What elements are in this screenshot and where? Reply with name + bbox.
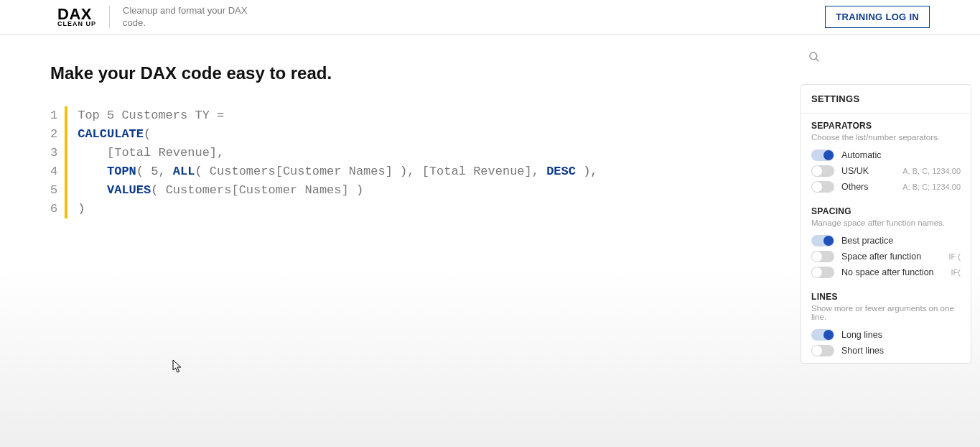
line-number: 1 [50,106,57,125]
section-description: Choose the list/number separators. [811,133,961,142]
line-number: 2 [50,125,57,144]
svg-line-1 [816,58,818,61]
settings-option: US/UKA, B, C, 1234.00 [811,163,961,179]
logo-divider [109,6,110,28]
code-token: , [Total Revenue], [407,165,546,178]
code-token: VALUES [107,183,151,197]
settings-option: No space after functionIF( [811,264,961,280]
training-login-button[interactable]: TRAINING LOG IN [825,6,930,28]
settings-header: SETTINGS [801,85,971,114]
code-token: Top 5 Customers TY = [78,109,224,122]
toggle[interactable] [811,149,834,161]
logo-sub: CLEAN UP [57,21,96,27]
left-column: Make your DAX code easy to read. 123456 … [50,34,801,447]
section-description: Show more or fewer arguments on one line… [811,304,961,321]
settings-option: OthersA; B; C; 1234.00 [811,179,961,195]
page-title: Make your DAX code easy to read. [50,63,801,83]
option-label: Short lines [841,346,884,356]
line-number: 5 [50,181,57,200]
option-label: No space after function [841,267,934,277]
code-line[interactable]: VALUES( Customers[Customer Names] ) [78,181,597,200]
code-token: ( [144,127,151,141]
option-label: Best practice [841,236,893,246]
section-title: SPACING [811,206,961,216]
toggle-knob [823,236,834,246]
code-token: Customers[Customer Names] [166,183,356,197]
code-line[interactable]: ) [78,200,597,218]
code-token: ), [583,165,597,178]
toggle[interactable] [811,329,834,341]
option-label: US/UK [841,166,869,176]
line-number: 4 [50,162,57,181]
toggle[interactable] [811,251,834,262]
settings-section: SPACINGManage space after function names… [801,199,971,285]
logo[interactable]: DAX CLEAN UP [57,6,96,27]
settings-option: Space after functionIF ( [811,249,961,264]
toggle-knob [812,166,822,176]
toggle[interactable] [811,181,834,193]
toggle-knob [812,182,822,192]
code-token: ALL [173,165,195,178]
option-hint: A; B; C; 1234.00 [902,183,961,191]
code-token [78,146,107,160]
toggle[interactable] [811,165,834,177]
code-token: 5 [151,165,158,178]
option-hint: A, B, C, 1234.00 [902,167,961,175]
code-token: ) [400,165,407,178]
code-token [78,165,107,178]
option-label: Others [841,182,869,192]
code-token: , [158,165,172,178]
code-token [78,183,107,197]
toggle-knob [823,330,834,340]
line-number: 3 [50,144,57,162]
section-title: LINES [811,292,961,302]
code-token: DESC [546,165,576,178]
code-token: CALCULATE [78,127,144,141]
code-token: Customers[Customer Names] [210,165,400,178]
header: DAX CLEAN UP Cleanup and format your DAX… [0,0,980,34]
code-token: ( [151,183,165,197]
toggle-knob [812,252,822,262]
option-label: Automatic [841,150,882,160]
toggle-knob [812,267,822,277]
header-left: DAX CLEAN UP Cleanup and format your DAX… [57,5,266,29]
option-hint: IF( [951,268,961,277]
code-token: TOPN [107,165,136,178]
settings-option: Automatic [811,147,961,163]
tagline: Cleanup and format your DAX code. [123,5,266,29]
settings-section: SEPARATORSChoose the list/number separat… [801,114,971,199]
section-description: Manage space after function names. [811,218,961,227]
settings-option: Best practice [811,233,961,249]
code-line[interactable]: TOPN( 5, ALL( Customers[Customer Names] … [78,162,597,181]
right-column: SETTINGS SEPARATORSChoose the list/numbe… [801,34,980,447]
code-line[interactable]: CALCULATE( [78,125,597,144]
settings-option: Long lines [811,327,961,343]
editor-accent-bar [65,106,67,218]
option-label: Space after function [841,252,921,262]
line-gutter: 123456 [50,106,65,218]
code-editor[interactable]: 123456 Top 5 Customers TY =CALCULATE( [T… [50,106,801,218]
code-token: ( [195,165,209,178]
toggle[interactable] [811,267,834,278]
code-token [576,165,583,178]
option-hint: IF ( [949,252,961,261]
toggle[interactable] [811,235,834,246]
code-token: ) [78,202,85,216]
code-line[interactable]: [Total Revenue], [78,144,597,162]
section-title: SEPARATORS [811,121,961,131]
toggle[interactable] [811,345,834,356]
settings-panel: SETTINGS SEPARATORSChoose the list/numbe… [801,84,971,364]
search-icon[interactable] [808,50,971,67]
code-token: [Total Revenue], [107,146,224,160]
settings-section: LINESShow more or fewer arguments on one… [801,285,971,363]
code-token: ( [136,165,151,178]
toggle-knob [812,346,822,356]
code-line[interactable]: Top 5 Customers TY = [78,106,597,125]
code-area[interactable]: Top 5 Customers TY =CALCULATE( [Total Re… [78,106,597,218]
main: Make your DAX code easy to read. 123456 … [0,34,980,447]
code-token: ) [356,183,363,197]
settings-option: Short lines [811,343,961,359]
line-number: 6 [50,200,57,218]
toggle-knob [823,150,834,160]
option-label: Long lines [841,330,882,340]
